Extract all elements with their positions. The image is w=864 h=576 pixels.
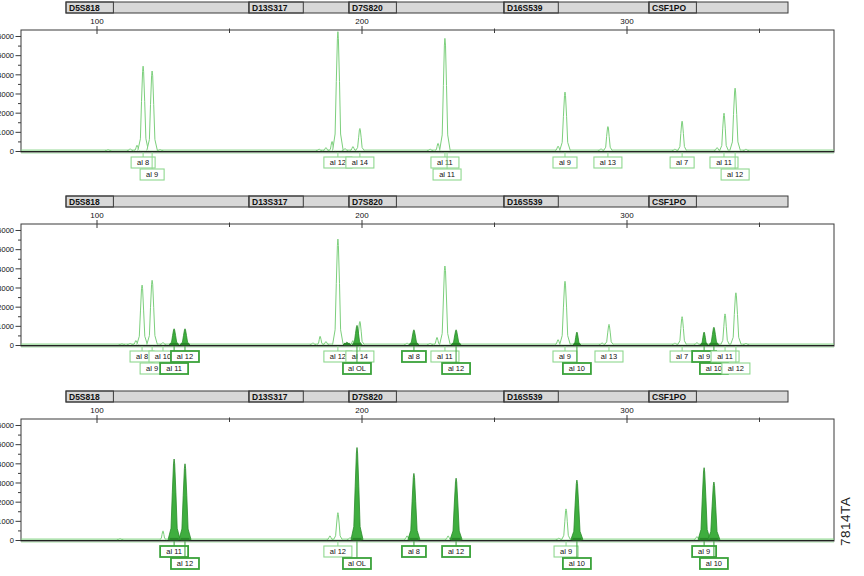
y-tick-label: 4000 [0, 71, 14, 80]
y-tick-label: 3000 [0, 479, 14, 488]
x-tick-label: 200 [355, 211, 369, 220]
allele-label-text: al 14 [352, 158, 368, 167]
y-tick-label: 2000 [0, 109, 14, 118]
y-tick-label: 3000 [0, 90, 14, 99]
peak-base [452, 343, 460, 345]
allele-label[interactable]: al 14 [346, 152, 374, 168]
locus-name: D13S317 [252, 392, 288, 402]
allele-label[interactable]: al 13 [594, 152, 622, 168]
y-tick-label: 4000 [0, 265, 14, 274]
peak-base [180, 538, 189, 540]
allele-label-text: al 7 [676, 352, 688, 361]
allele-label-text: al 7 [676, 158, 688, 167]
allele-label-text: al 10 [569, 364, 585, 373]
allele-label[interactable]: al 12 [324, 541, 352, 557]
electropherogram-panel-2: D5S818D13S317D7S820D16S539CSF1PO10020030… [0, 194, 864, 388]
allele-label-text: al 11 [166, 364, 182, 373]
x-tick-label: 200 [355, 17, 369, 26]
allele-label-text: al 12 [448, 364, 464, 373]
allele-label[interactable]: al 8 [131, 152, 155, 168]
locus-header-d13s317[interactable]: D13S317 [249, 196, 349, 207]
x-tick-label: 100 [90, 17, 104, 26]
y-tick-label: 1000 [0, 322, 14, 331]
locus-header-d13s317[interactable]: D13S317 [249, 2, 349, 13]
locus-name: D13S317 [252, 197, 288, 207]
allele-label[interactable]: al 12 [442, 541, 470, 557]
allele-label[interactable]: al 12 [171, 346, 199, 362]
allele-label[interactable]: al 13 [595, 346, 623, 362]
peak-base [352, 538, 361, 540]
y-tick-label: 5000 [0, 245, 14, 254]
allele-label-text: al 11 [716, 158, 732, 167]
allele-label-text: al 11 [166, 547, 182, 556]
locus-header-csf1po[interactable]: CSF1PO [649, 2, 788, 13]
locus-header-d5s818[interactable]: D5S818 [66, 2, 249, 13]
y-tick-label: 3000 [0, 284, 14, 293]
locus-header-d7s820[interactable]: D7S820 [349, 196, 504, 207]
y-tick-label: 1000 [0, 517, 14, 526]
locus-name: D7S820 [352, 392, 383, 402]
peak-base [701, 343, 707, 345]
x-tick-label: 300 [620, 211, 634, 220]
y-tick-label: 1000 [0, 128, 14, 137]
allele-label[interactable]: al 14 [346, 346, 374, 362]
locus-name: D13S317 [252, 3, 288, 13]
allele-label-text: al 8 [408, 547, 420, 556]
locus-header-csf1po[interactable]: CSF1PO [649, 196, 788, 207]
allele-label-text: al 11 [439, 170, 455, 179]
allele-label[interactable]: al 9 [554, 541, 578, 557]
allele-label[interactable]: al 9 [553, 346, 577, 362]
locus-name: CSF1PO [652, 3, 686, 13]
peak-outline [119, 344, 125, 345]
locus-header-d5s818[interactable]: D5S818 [66, 391, 249, 402]
allele-label[interactable]: al 9 [553, 152, 577, 168]
allele-label[interactable]: al 7 [670, 152, 694, 168]
x-tick-label: 100 [90, 211, 104, 220]
electropherogram-panel-1: D5S818D13S317D7S820D16S539CSF1PO10020030… [0, 0, 864, 194]
allele-label-text: al 9 [559, 352, 571, 361]
locus-name: D16S539 [507, 392, 543, 402]
allele-label[interactable]: al 7 [670, 346, 694, 362]
locus-header-csf1po[interactable]: CSF1PO [649, 391, 788, 402]
locus-name: D16S539 [507, 197, 543, 207]
allele-label-text: al OL [348, 364, 366, 373]
locus-header-d5s818[interactable]: D5S818 [66, 196, 249, 207]
locus-header-d7s820[interactable]: D7S820 [349, 2, 504, 13]
y-tick-label: 4000 [0, 460, 14, 469]
locus-header-d16s539[interactable]: D16S539 [504, 391, 649, 402]
allele-label-text: al 8 [137, 158, 149, 167]
locus-header-d16s539[interactable]: D16S539 [504, 196, 649, 207]
allele-label-text: al 12 [330, 158, 346, 167]
allele-label-text: al 12 [177, 352, 193, 361]
peak-base [709, 538, 718, 540]
y-tick-label: 6000 [0, 32, 14, 41]
peak-base [452, 538, 461, 540]
allele-label-text: al 11 [437, 352, 453, 361]
allele-label[interactable]: al 11 [431, 346, 459, 362]
peak-base [574, 343, 580, 345]
x-tick-label: 300 [620, 17, 634, 26]
y-tick-label: 0 [10, 536, 14, 545]
y-tick-label: 0 [10, 147, 14, 156]
locus-header-d13s317[interactable]: D13S317 [249, 391, 349, 402]
allele-label-text: al 10 [155, 352, 171, 361]
locus-header-d7s820[interactable]: D7S820 [349, 391, 504, 402]
allele-label[interactable]: al 11 [160, 541, 188, 557]
allele-label[interactable]: al 8 [402, 541, 426, 557]
allele-label-text: al 10 [706, 559, 722, 568]
allele-label-text: al 12 [448, 547, 464, 556]
allele-label[interactable]: al 8 [402, 346, 426, 362]
peak-base [572, 538, 581, 540]
allele-label[interactable]: al 11 [431, 152, 459, 168]
x-tick-label: 100 [90, 406, 104, 415]
allele-label[interactable]: al 9 [692, 541, 716, 557]
y-tick-label: 0 [10, 341, 14, 350]
x-tick-label: 300 [620, 406, 634, 415]
peak-base [344, 343, 350, 345]
peak-base [710, 343, 718, 345]
allele-label-text: al 13 [601, 352, 617, 361]
locus-header-d16s539[interactable]: D16S539 [504, 2, 649, 13]
allele-label[interactable]: al 11 [710, 152, 738, 168]
allele-label[interactable]: al 11 [711, 346, 739, 362]
allele-label-text: al 9 [146, 364, 158, 373]
